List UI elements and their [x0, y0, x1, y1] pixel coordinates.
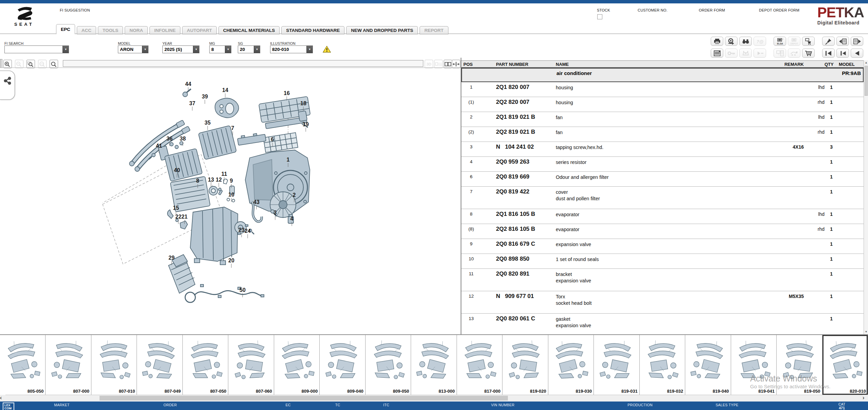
parts-list-button[interactable]: [711, 49, 723, 58]
elsa-button[interactable]: ELSA: [774, 37, 786, 46]
shopping-cart-button[interactable]: [802, 49, 815, 58]
callout-24[interactable]: 24: [245, 228, 251, 234]
wheel-info-button[interactable]: [725, 37, 738, 46]
thumbnail-809-000[interactable]: 809-000: [274, 335, 320, 395]
table-row[interactable]: 62Q0 819 669Odour and allergen filter1: [461, 172, 864, 187]
stock-checkbox[interactable]: [597, 14, 602, 19]
thumbnail-807-010[interactable]: 807-010: [91, 335, 137, 395]
scroll-left-icon[interactable]: ‹: [0, 395, 5, 402]
row-part-number[interactable]: 2Q0 819 669: [493, 172, 556, 186]
scroll-right-icon[interactable]: ›: [863, 395, 868, 402]
scrollbar-thumb[interactable]: [865, 66, 868, 96]
callout-11[interactable]: 11: [222, 171, 227, 177]
table-row[interactable]: 102Q0 898 8501 set of round seals1: [461, 254, 864, 269]
callout-20[interactable]: 20: [228, 258, 234, 263]
nav-back-button[interactable]: [851, 49, 863, 58]
callout-16[interactable]: 16: [284, 90, 290, 96]
horizontal-scrollbar-thumb[interactable]: [100, 396, 508, 400]
table-row[interactable]: 132Q0 820 061 Cgasketexpansion valve1: [461, 314, 864, 334]
thumbnail-807-050[interactable]: 807-050: [183, 335, 228, 395]
column-header-model[interactable]: MODEL: [833, 61, 864, 67]
tab-report[interactable]: REPORT: [420, 26, 448, 34]
row-part-number[interactable]: N 909 677 01: [493, 291, 556, 313]
tab-infoline[interactable]: INFOLINE: [149, 26, 180, 34]
tab-new-and-dropped-parts[interactable]: NEW AND DROPPED PARTS: [346, 26, 418, 34]
column-header-name[interactable]: NAME: [556, 61, 754, 67]
callout-2[interactable]: 2: [293, 192, 296, 198]
callout-22[interactable]: 22: [175, 214, 181, 220]
chevron-down-icon[interactable]: ▼: [254, 46, 260, 53]
year-select[interactable]: 2025 (S)▼: [162, 45, 199, 53]
thumbnail-805-050[interactable]: 805-050: [0, 335, 46, 395]
callout-14[interactable]: 14: [222, 87, 228, 93]
callout-50[interactable]: 50: [240, 287, 246, 293]
thumbnail-819-032[interactable]: 819-032: [640, 335, 685, 395]
scroll-down-icon[interactable]: ▼: [864, 330, 868, 334]
thumbnail-809-040[interactable]: 809-040: [320, 335, 365, 395]
table-row[interactable]: 72Q0 819 422coverdust and pollen filter1: [461, 187, 864, 209]
callout-10[interactable]: 10: [228, 192, 234, 198]
chevron-down-icon[interactable]: ▼: [63, 46, 69, 53]
thumbnail-819-020[interactable]: 819-020: [502, 335, 548, 395]
table-row[interactable]: 42Q0 959 263series resistor1: [461, 157, 864, 172]
thumbnail-820-010[interactable]: 820-010: [822, 335, 868, 395]
thumbnail-813-000[interactable]: 813-000: [411, 335, 457, 395]
row-part-number[interactable]: 2Q0 898 850: [493, 254, 556, 268]
chevron-down-icon[interactable]: ▼: [306, 46, 313, 53]
print-button[interactable]: [711, 37, 723, 46]
thumbnail-819-030[interactable]: 819-030: [548, 335, 594, 395]
callout-3[interactable]: 3: [274, 210, 277, 216]
illustration-select[interactable]: 820-010▼: [270, 45, 313, 53]
column-header-qty[interactable]: QTY: [825, 61, 833, 67]
callout-15[interactable]: 15: [173, 205, 179, 211]
tab-chemical-materials[interactable]: CHEMICAL MATERIALS: [218, 26, 280, 34]
callout-18[interactable]: 18: [300, 100, 306, 106]
chevron-down-icon[interactable]: ▼: [225, 46, 231, 53]
row-part-number[interactable]: 2Q1 819 021 B: [493, 112, 556, 127]
column-header-pos[interactable]: POS: [461, 61, 493, 67]
callout-39[interactable]: 39: [202, 94, 208, 99]
table-row[interactable]: 12N 909 677 01Torxsocket head boltM5X351: [461, 291, 864, 314]
model-select[interactable]: ARON▼: [118, 45, 148, 53]
callout-37[interactable]: 37: [189, 100, 195, 106]
callout-36[interactable]: 36: [166, 136, 173, 142]
callout-6[interactable]: 6: [271, 136, 274, 142]
row-part-number[interactable]: 2Q2 820 007: [493, 97, 556, 112]
tab-standard-hardware[interactable]: STANDARD HARDWARE: [281, 26, 344, 34]
callout-44[interactable]: 44: [185, 81, 191, 87]
row-part-number[interactable]: 2Q0 816 679 C: [493, 239, 556, 254]
callout-29[interactable]: 29: [169, 255, 175, 261]
sg-select[interactable]: 20▼: [238, 45, 260, 53]
thumbnail-819-031[interactable]: 819-031: [594, 335, 639, 395]
search-binoculars-button[interactable]: [739, 37, 752, 46]
exploded-parts-diagram[interactable]: 4414393716181935763836414018131211910152…: [0, 58, 461, 334]
callout-38[interactable]: 38: [180, 136, 186, 142]
thumbnail-807-060[interactable]: 807-060: [228, 335, 274, 395]
table-row[interactable]: 82Q1 816 105 Bevaporatorlhd1: [461, 209, 864, 224]
table-scrollbar[interactable]: ▲ ▼: [864, 60, 868, 334]
row-part-number[interactable]: N 104 241 02: [493, 142, 556, 156]
next-document-button[interactable]: [851, 37, 863, 46]
row-part-number[interactable]: 2Q0 820 061 C: [493, 314, 556, 334]
row-part-number[interactable]: 2Q0 820 891: [493, 269, 556, 291]
tab-nora[interactable]: NORA: [125, 26, 148, 34]
row-part-number[interactable]: 2Q2 816 105 B: [493, 224, 556, 239]
callout-21[interactable]: 21: [181, 214, 188, 220]
nav-previous-button[interactable]: [836, 49, 849, 58]
callout-43[interactable]: 43: [253, 199, 260, 205]
column-header-part-number[interactable]: PART NUMBER: [493, 61, 556, 67]
table-row[interactable]: (8)2Q2 816 105 Bevaporatorrhd1: [461, 224, 864, 239]
row-part-number[interactable]: 2Q0 959 263: [493, 157, 556, 171]
scroll-up-icon[interactable]: ▲: [864, 60, 868, 65]
callout-1[interactable]: 1: [287, 157, 290, 163]
pin-button[interactable]: [822, 37, 835, 46]
chevron-down-icon[interactable]: ▼: [142, 46, 148, 53]
callout-9[interactable]: 9: [230, 178, 233, 184]
column-header-remark[interactable]: REMARK: [754, 61, 804, 67]
callout-23[interactable]: 23: [238, 227, 245, 233]
callout-35[interactable]: 35: [205, 120, 211, 126]
tab-autopart[interactable]: AUTOPART: [182, 26, 217, 34]
callout-19[interactable]: 19: [303, 122, 309, 127]
table-group-row[interactable]: air conditioner PR:9AB: [461, 68, 864, 82]
thumbnail-817-000[interactable]: 817-000: [457, 335, 502, 395]
